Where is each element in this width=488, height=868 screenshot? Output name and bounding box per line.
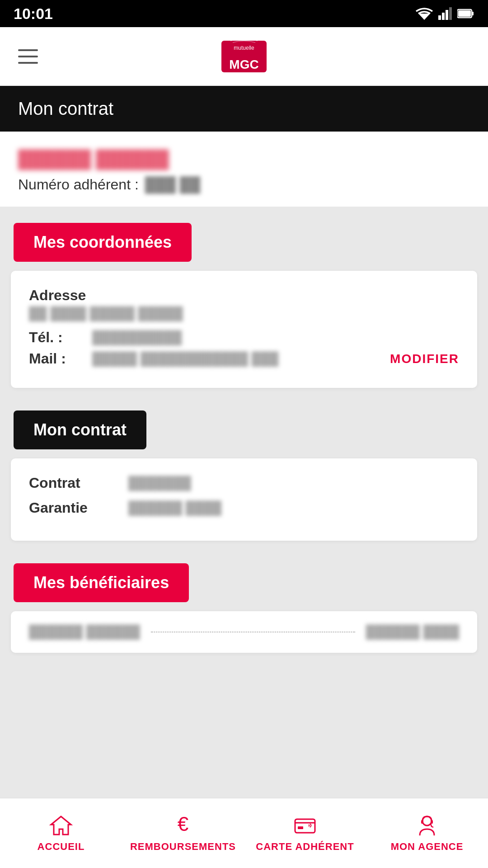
coordonnees-card: Adresse ██ ████ █████ █████ Tél. : █████…	[11, 271, 477, 388]
beneficiary-value: ██████ ████	[366, 625, 459, 639]
tel-row: Tél. : ██████████	[29, 329, 459, 346]
wifi-icon	[416, 7, 433, 20]
main-content: ██████ ██████ Numéro adhérent : ███ ██ M…	[0, 132, 488, 734]
mes-coordonnees-button[interactable]: Mes coordonnées	[14, 223, 192, 262]
svg-text:MGC: MGC	[229, 57, 258, 71]
mail-label: Mail :	[29, 350, 92, 367]
svg-marker-0	[418, 14, 430, 20]
nav-item-remboursements[interactable]: € REMBOURSEMENTS	[122, 814, 244, 853]
adherent-label: Numéro adhérent :	[18, 176, 139, 193]
svg-text:mutuelle: mutuelle	[234, 45, 254, 51]
status-time: 10:01	[14, 5, 53, 23]
home-icon	[49, 814, 73, 837]
nav-label-remboursements: REMBOURSEMENTS	[130, 841, 236, 853]
adresse-label: Adresse	[29, 287, 459, 304]
tel-value: ██████████	[92, 330, 459, 345]
status-icons	[416, 7, 474, 20]
bottom-nav: ACCUEIL € REMBOURSEMENTS CARTE ADHÉRENT	[0, 798, 488, 868]
svg-rect-16	[421, 820, 423, 824]
adherent-row: Numéro adhérent : ███ ██	[18, 176, 470, 193]
hamburger-menu[interactable]	[18, 49, 38, 64]
svg-rect-4	[449, 7, 452, 20]
mail-row: Mail : █████ ████████████ ███ MODIFIER	[29, 350, 459, 367]
contrat-label: Contrat	[29, 475, 119, 491]
mon-contrat-button[interactable]: Mon contrat	[14, 410, 146, 449]
nav-label-carte-adherent: CARTE ADHÉRENT	[256, 841, 354, 853]
svg-rect-2	[442, 13, 445, 20]
nav-label-mon-agence: MON AGENCE	[391, 841, 464, 853]
nav-item-carte-adherent[interactable]: CARTE ADHÉRENT	[244, 814, 366, 853]
page-title-bar: Mon contrat	[0, 86, 488, 132]
mail-value: █████ ████████████ ███	[92, 352, 390, 366]
contrat-value: ███████	[128, 476, 191, 491]
svg-rect-6	[472, 12, 474, 15]
garantie-label: Garantie	[29, 500, 119, 516]
svg-rect-1	[438, 15, 441, 20]
agent-icon	[415, 814, 439, 837]
nav-label-accueil: ACCUEIL	[38, 841, 85, 853]
user-name: ██████ ██████	[18, 150, 169, 169]
beneficiary-name: ██████ ██████	[29, 625, 140, 639]
beneficiaires-card: ██████ ██████ ██████ ████	[11, 611, 477, 653]
svg-rect-7	[458, 10, 471, 17]
beneficiary-row: ██████ ██████ ██████ ████	[29, 625, 459, 639]
adresse-value: ██ ████ █████ █████	[29, 307, 183, 321]
garantie-row: Garantie ██████ ████	[29, 500, 459, 516]
page-title: Mon contrat	[18, 99, 470, 119]
contrat-card: Contrat ███████ Garantie ██████ ████	[11, 458, 477, 541]
user-info-section: ██████ ██████ Numéro adhérent : ███ ██	[0, 132, 488, 207]
mgc-logo: MGC mutuelle	[217, 36, 271, 77]
app-header: MGC mutuelle	[0, 27, 488, 86]
nav-item-mon-agence[interactable]: MON AGENCE	[366, 814, 488, 853]
contrat-row: Contrat ███████	[29, 475, 459, 491]
svg-rect-13	[295, 819, 315, 833]
svg-rect-17	[431, 820, 433, 824]
euro-icon: €	[171, 814, 195, 837]
tel-label: Tél. :	[29, 329, 92, 346]
status-bar: 10:01	[0, 0, 488, 27]
garantie-value: ██████ ████	[128, 501, 221, 515]
signal-icon	[438, 7, 452, 20]
nav-item-accueil[interactable]: ACCUEIL	[0, 814, 122, 853]
adherent-number: ███ ██	[145, 176, 200, 193]
logo-container: MGC mutuelle	[217, 36, 271, 77]
beneficiary-dots	[151, 632, 355, 632]
svg-text:€: €	[178, 814, 188, 835]
battery-icon	[457, 9, 474, 19]
card-icon	[293, 814, 317, 837]
modifier-button[interactable]: MODIFIER	[390, 352, 459, 366]
svg-rect-3	[446, 10, 448, 20]
mes-beneficiaires-button[interactable]: Mes bénéficiaires	[14, 563, 189, 602]
svg-rect-14	[298, 826, 303, 829]
